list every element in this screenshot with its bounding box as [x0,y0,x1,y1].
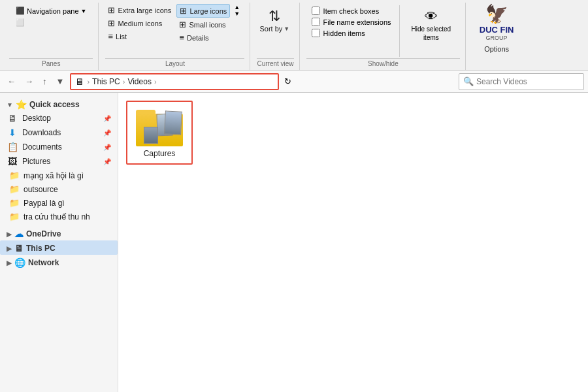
large-icons-button[interactable]: ⊞ Large icons [176,4,230,18]
downloads-icon: ⬇ [7,127,18,138]
this-pc-label: This PC [26,244,56,253]
extra-large-icons-button[interactable]: ⊞ Extra large icons [105,4,174,16]
navigation-pane-button[interactable]: ⬛ Navigation pane ▼ [13,5,89,16]
hidden-items-input[interactable] [312,29,320,37]
sidebar-section-onedrive[interactable]: ▶ ☁ OneDrive [0,226,118,240]
breadcrumb-videos[interactable]: Videos [127,77,151,86]
panes-label: Panes [9,58,93,67]
sidebar-item-downloads[interactable]: ⬇ Downloads 📌 [0,125,118,140]
ribbon-panes-section: ⬛ Navigation pane ▼ ⬜ Panes [4,3,99,70]
tra-cuu-label: tra cứu thuế thu nh [24,212,90,221]
options-label: Options [484,45,509,53]
nav-pane-dropdown-icon: ▼ [81,8,87,14]
logo-icon: 🦅 [485,5,508,24]
item-check-boxes-checkbox[interactable]: Item check boxes [312,7,391,15]
navigation-pane-label: Navigation pane [27,7,79,15]
file-name-extensions-checkbox[interactable]: File name extensions [312,18,391,26]
onedrive-icon: ☁ [14,229,24,239]
hide-selected-items-button[interactable]: 👁 Hide selecteditems [408,7,455,43]
logo-text: DUC FIN GROUP [480,25,514,41]
breadcrumb: 🖥 › This PC › Videos › [70,73,279,90]
captures-folder[interactable]: Captures [130,105,189,161]
onedrive-label: OneDrive [26,229,61,238]
item-check-boxes-label: Item check boxes [323,7,380,15]
downloads-pin-icon: 📌 [103,129,111,137]
sidebar-item-desktop[interactable]: 🖥 Desktop 📌 [0,111,118,125]
address-bar: ← → ↑ ▼ 🖥 › This PC › Videos › ↻ 🔍 [0,71,588,93]
layout-label: Layout [105,58,244,67]
back-button[interactable]: ← [4,74,19,88]
file-name-extensions-label: File name extensions [323,18,391,26]
sidebar-section-this-pc[interactable]: ▶ 🖥 This PC [0,240,118,255]
pictures-icon: 🖼 [7,156,18,167]
layout-scroll-up-icon[interactable]: ▲ [234,4,240,10]
sort-by-button[interactable]: ⇅ Sort by ▼ [257,7,292,34]
breadcrumb-this-pc[interactable]: This PC [92,77,120,86]
sidebar: ▼ ⭐ Quick access 🖥 Desktop 📌 ⬇ Downloads… [0,93,118,392]
breadcrumb-pc-icon: 🖥 [75,76,84,87]
quick-access-star-icon: ⭐ [16,99,27,110]
captures-folder-wrapper: Captures [126,101,193,165]
paypal-folder-icon: 📁 [9,198,20,208]
ribbon: ⬛ Navigation pane ▼ ⬜ Panes ⊞ Extra larg… [0,0,588,71]
medium-icons-icon: ⊞ [108,18,115,28]
layout-scroll-down-icon[interactable]: ▼ [234,10,240,17]
sidebar-item-documents[interactable]: 📋 Documents 📌 [0,140,118,154]
breadcrumb-sep2: › [123,78,125,86]
sidebar-section-quick-access[interactable]: ▼ ⭐ Quick access [0,97,118,111]
large-icons-icon: ⊞ [180,6,187,16]
breadcrumb-sep3: › [154,78,157,86]
desktop-pin-icon: 📌 [103,115,111,122]
address-dropdown-button[interactable]: ▼ [53,74,68,88]
extra-large-icons-icon: ⊞ [108,5,115,15]
hide-selected-items-label: Hide selecteditems [412,25,451,42]
current-view-label: Current view [257,58,293,67]
details-icon: ≡ [179,33,184,42]
documents-label: Documents [22,142,99,152]
details-button[interactable]: ≡ Details [176,31,230,44]
network-icon: 🌐 [14,257,25,268]
sidebar-item-tra-cuu[interactable]: 📁 tra cứu thuế thu nh [0,210,118,223]
details-label: Details [187,34,209,42]
small-icons-button[interactable]: ⊞ Small icons [176,18,230,31]
sidebar-item-pictures[interactable]: 🖼 Pictures 📌 [0,154,118,169]
file-area: Captures [118,93,588,392]
list-label: List [116,33,127,41]
tra-cuu-folder-icon: 📁 [9,212,20,221]
forward-button[interactable]: → [22,74,37,88]
list-button[interactable]: ≡ List [105,30,174,42]
sidebar-item-outsource[interactable]: 📁 outsource [0,182,118,196]
pictures-label: Pictures [22,157,99,166]
up-button[interactable]: ↑ [39,74,50,88]
onedrive-collapse-icon: ▶ [7,231,12,238]
sort-by-label: Sort by [259,25,282,33]
refresh-button[interactable]: ↻ [282,75,294,88]
search-input[interactable] [476,77,580,86]
breadcrumb-sep1: › [87,78,90,86]
documents-pin-icon: 📌 [103,144,111,151]
hidden-items-checkbox[interactable]: Hidden items [312,29,391,37]
this-pc-collapse-icon: ▶ [7,245,12,252]
extra-large-icons-label: Extra large icons [118,7,171,14]
search-bar: 🔍 [459,73,584,90]
hide-selected-items-icon: 👁 [425,8,438,25]
paypal-label: Paypal là gì [24,199,65,208]
small-icons-icon: ⊞ [179,20,186,29]
sidebar-item-mang-xa-hoi[interactable]: 📁 mạng xã hội là gì [0,169,118,182]
options-button[interactable]: Options [482,44,512,54]
ribbon-current-view-section: ⇅ Sort by ▼ Current view [252,3,299,70]
medium-icons-button[interactable]: ⊞ Medium icons [105,17,174,29]
file-name-extensions-input[interactable] [312,18,320,26]
item-check-boxes-input[interactable] [312,7,320,15]
preview-pane-button[interactable]: ⬜ [13,17,89,28]
navigation-pane-icon: ⬛ [16,7,25,15]
ribbon-show-hide-section: Item check boxes File name extensions Hi… [301,3,466,70]
sort-by-dropdown-icon: ▼ [284,25,289,32]
search-icon: 🔍 [463,76,474,86]
folder-thumbnail-img1 [164,110,182,135]
captures-folder-thumbnail [136,107,183,146]
sidebar-item-paypal[interactable]: 📁 Paypal là gì [0,196,118,210]
sidebar-section-network[interactable]: ▶ 🌐 Network [0,255,118,269]
network-collapse-icon: ▶ [7,259,12,267]
mang-xa-hoi-label: mạng xã hội là gì [24,171,84,180]
